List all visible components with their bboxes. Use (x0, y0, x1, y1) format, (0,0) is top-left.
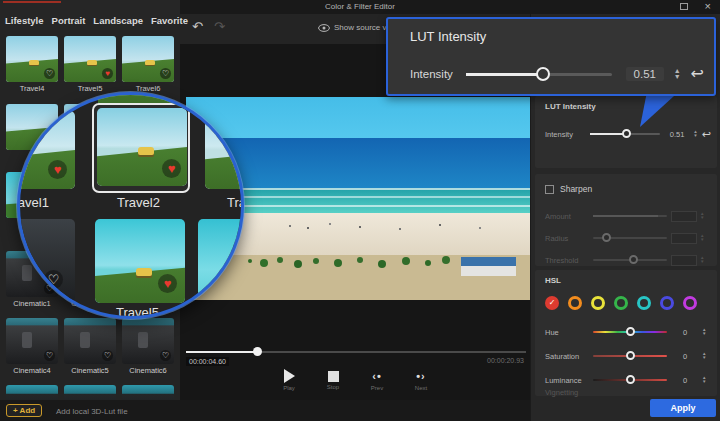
callout-intensity-value: 0.51 (626, 67, 664, 81)
reset-icon[interactable]: ↩ (702, 129, 711, 139)
magnified-thumb-travel5[interactable]: ♥ (95, 219, 185, 303)
radius-stepper: ▲ ▼ (700, 234, 704, 242)
amount-value (671, 211, 697, 222)
slider-handle (602, 233, 611, 242)
favorite-heart-icon[interactable]: ♡ (44, 350, 55, 361)
stepper-down-icon[interactable]: ▼ (674, 74, 681, 81)
tab-lifestyle[interactable]: Lifestyle (5, 15, 44, 26)
stop-label: Stop (327, 384, 339, 390)
stepper-down-icon: ▼ (700, 216, 704, 220)
hsl-heading: HSL (545, 276, 561, 285)
stepper-down-icon[interactable]: ▼ (693, 134, 697, 138)
redo-icon[interactable]: ↷ (214, 19, 225, 34)
favorite-heart-icon[interactable]: ♡ (160, 350, 171, 361)
radius-value (671, 233, 697, 244)
thumb-image: ♥ (97, 108, 187, 186)
stepper-down-icon[interactable]: ▼ (702, 332, 706, 336)
next-icon: •› (416, 369, 426, 383)
slider-handle[interactable] (626, 351, 635, 360)
saturation-label: Saturation (545, 352, 593, 361)
preset-label: Cinematic1 (6, 299, 58, 308)
playhead-handle[interactable] (253, 347, 262, 356)
intensity-stepper[interactable]: ▲ ▼ (693, 130, 697, 138)
color-yellow[interactable] (591, 296, 605, 310)
preset-thumb-cinematic6[interactable]: ♡ (122, 318, 174, 364)
favorite-heart-icon[interactable]: ♥ (158, 274, 177, 293)
color-magenta[interactable] (683, 296, 697, 310)
maximize-icon[interactable] (680, 3, 688, 10)
tab-landscape[interactable]: Landscape (93, 15, 143, 26)
preset-thumb-travel5[interactable]: ♥ (64, 36, 116, 82)
slider-fill (466, 73, 540, 76)
radius-label: Radius (545, 234, 593, 243)
stepper-down-icon[interactable]: ▼ (702, 380, 706, 384)
add-lut-button[interactable]: + Add (6, 404, 42, 417)
magnified-thumb-travel2-selected[interactable]: ♥ (92, 103, 190, 193)
callout-reset-icon[interactable]: ↩ (691, 67, 704, 81)
stop-button[interactable]: Stop (320, 369, 346, 391)
slider-handle[interactable] (626, 375, 635, 384)
prev-frame-button[interactable]: ‹• Prev (364, 369, 390, 391)
saturation-stepper[interactable]: ▲ ▼ (702, 352, 706, 360)
saturation-row: Saturation 0 ▲ ▼ (545, 350, 711, 362)
figure-graphic (22, 332, 32, 348)
tab-favorite[interactable]: Favorite (151, 15, 188, 26)
luminance-slider[interactable] (593, 379, 667, 381)
favorite-heart-icon[interactable]: ♡ (102, 350, 113, 361)
favorite-heart-icon[interactable]: ♥ (102, 68, 113, 79)
slider-handle[interactable] (536, 67, 550, 81)
close-icon[interactable]: × (705, 0, 711, 13)
color-red-selected[interactable]: ✓ (545, 296, 559, 310)
hue-slider[interactable] (593, 331, 667, 333)
favorite-heart-icon[interactable]: ♥ (48, 160, 67, 179)
luminance-stepper[interactable]: ▲ ▼ (702, 376, 706, 384)
stop-icon (328, 371, 339, 382)
preset-thumb-cinematic5[interactable]: ♡ (64, 318, 116, 364)
stepper-down-icon: ▼ (700, 260, 704, 264)
slider-handle[interactable] (622, 129, 631, 138)
favorite-heart-icon[interactable]: ♥ (162, 159, 181, 178)
figure-graphic (80, 332, 90, 348)
next-frame-button[interactable]: •› Next (408, 369, 434, 391)
lut-intensity-section: LUT Intensity Intensity 0.51 ▲ ▼ ↩ (535, 96, 717, 168)
magnified-label: Travel2 (117, 195, 160, 210)
undo-icon[interactable]: ↶ (192, 19, 203, 34)
favorite-heart-icon[interactable]: ♡ (160, 68, 171, 79)
sharpen-radius-row: Radius ▲ ▼ (545, 232, 711, 244)
sharpen-label: Sharpen (560, 184, 592, 194)
color-filter-editor-window: Color & Filter Editor × Lifestyle Portra… (0, 0, 720, 421)
callout-stepper[interactable]: ▲ ▼ (674, 68, 681, 81)
preset-thumb-cinematic4[interactable]: ♡ (6, 318, 58, 364)
apply-button[interactable]: Apply (650, 399, 716, 417)
slider-handle[interactable] (626, 327, 635, 336)
saturation-value: 0 (671, 352, 699, 361)
sharpen-amount-row: Amount ▲ ▼ (545, 210, 711, 222)
threshold-value (671, 255, 697, 266)
saturation-slider[interactable] (593, 355, 667, 357)
play-button[interactable]: Play (276, 369, 302, 391)
preset-label: Cinematic5 (64, 366, 116, 375)
hue-stepper[interactable]: ▲ ▼ (702, 328, 706, 336)
color-green[interactable] (614, 296, 628, 310)
preset-thumb-travel6[interactable]: ♡ (122, 36, 174, 82)
current-time: 00:00:04.60 (186, 357, 229, 366)
luminance-value: 0 (671, 376, 699, 385)
luminance-label: Luminance (545, 376, 593, 385)
tab-portrait[interactable]: Portrait (52, 15, 86, 26)
hsl-section: HSL ✓ Hue 0 ▲ ▼ (535, 270, 717, 396)
color-blue[interactable] (660, 296, 674, 310)
sharpen-checkbox[interactable] (545, 185, 554, 194)
color-cyan[interactable] (637, 296, 651, 310)
amount-stepper: ▲ ▼ (700, 212, 704, 220)
sharpen-checkbox-row: Sharpen (545, 184, 592, 194)
intensity-slider[interactable] (590, 133, 660, 135)
hue-row: Hue 0 ▲ ▼ (545, 326, 711, 338)
callout-intensity-slider[interactable] (466, 73, 612, 76)
favorite-heart-icon[interactable]: ♡ (44, 68, 55, 79)
sharpen-threshold-row: Threshold ▲ ▼ (545, 254, 711, 266)
threshold-slider (593, 259, 667, 261)
callout-intensity-row: Intensity 0.51 ▲ ▼ ↩ (410, 67, 704, 81)
color-orange[interactable] (568, 296, 582, 310)
stepper-down-icon[interactable]: ▼ (702, 356, 706, 360)
preset-thumb-travel4[interactable]: ♡ (6, 36, 58, 82)
